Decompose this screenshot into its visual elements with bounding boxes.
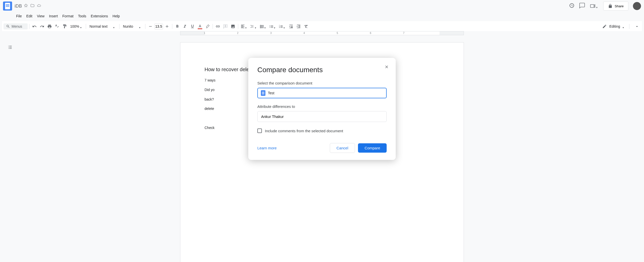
docs-file-icon (261, 90, 265, 96)
cancel-button[interactable]: Cancel (330, 143, 355, 153)
close-icon (384, 65, 389, 69)
include-comments-row[interactable]: Include comments from the selected docum… (257, 128, 387, 133)
include-comments-checkbox[interactable] (257, 128, 262, 133)
select-doc-label: Select the comparison document (257, 81, 387, 85)
comparison-document-picker[interactable]: Test (257, 88, 387, 98)
compare-documents-dialog: Compare documents Select the comparison … (248, 58, 396, 160)
dialog-title: Compare documents (257, 66, 387, 74)
compare-button[interactable]: Compare (358, 143, 387, 153)
dialog-scrim: Compare documents Select the comparison … (0, 0, 644, 262)
selected-doc-name: Test (268, 91, 274, 95)
learn-more-link[interactable]: Learn more (257, 146, 277, 150)
attribute-input[interactable] (257, 111, 387, 122)
dialog-actions: Learn more Cancel Compare (257, 143, 387, 153)
include-comments-label: Include comments from the selected docum… (265, 129, 343, 133)
attribute-label: Attribute differences to (257, 104, 387, 109)
close-button[interactable] (383, 63, 390, 70)
